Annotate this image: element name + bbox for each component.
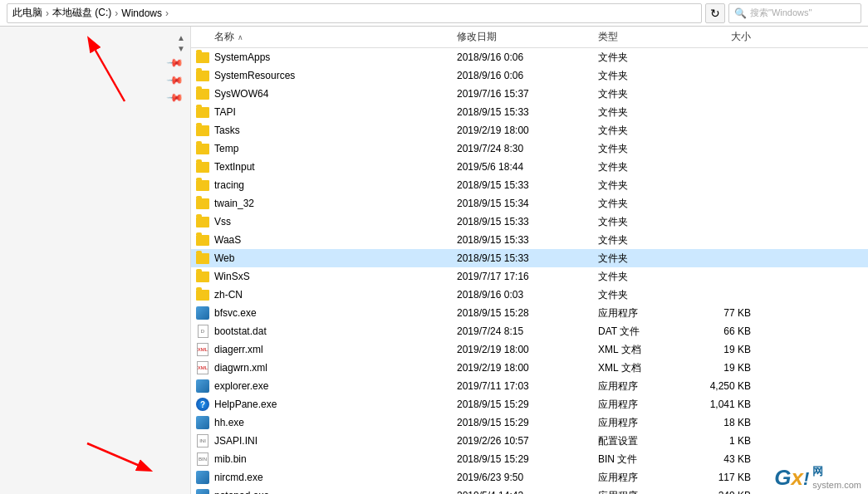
folder-icon [196, 271, 209, 282]
file-date-cell: 2019/2/19 18:00 [457, 362, 598, 374]
svg-line-1 [91, 43, 125, 101]
file-name-cell: notepad.exe [214, 490, 457, 494]
pin-icon-3[interactable]: 📌 [166, 89, 184, 107]
file-name-cell: WinSxS [214, 271, 457, 282]
file-date-cell: 2018/9/15 15:28 [457, 307, 598, 319]
file-icon-cell [191, 271, 214, 282]
file-name-cell: diagwrn.xml [214, 362, 457, 374]
folder-icon [196, 235, 209, 246]
address-bar: 此电脑 › 本地磁盘 (C:) › Windows › ↻ 🔍 搜索"Windo… [0, 0, 868, 27]
file-icon-cell: XML [191, 343, 214, 356]
search-box[interactable]: 🔍 搜索"Windows" [728, 3, 861, 23]
table-row[interactable]: bfsvc.exe 2018/9/15 15:28 应用程序 77 KB [191, 304, 868, 322]
table-row[interactable]: tracing 2018/9/15 15:33 文件夹 [191, 176, 868, 194]
table-row[interactable]: BIN mib.bin 2018/9/15 15:29 BIN 文件 43 KB [191, 450, 868, 468]
breadcrumb-c[interactable]: 本地磁盘 (C:) [52, 6, 111, 20]
col-header-date[interactable]: 修改日期 [457, 30, 598, 44]
table-row[interactable]: XML diagerr.xml 2019/2/19 18:00 XML 文档 1… [191, 340, 868, 359]
file-date-cell: 2018/9/16 0:03 [457, 289, 598, 301]
file-name-cell: TAPI [214, 106, 457, 118]
table-row[interactable]: nircmd.exe 2019/6/23 9:50 应用程序 117 KB [191, 468, 868, 487]
file-icon-cell [191, 217, 214, 227]
file-rows-container: SystemApps 2018/9/16 0:06 文件夹 SystemReso… [191, 48, 868, 494]
file-type-cell: 文件夹 [598, 105, 698, 120]
file-name-cell: JSAPI.INI [214, 435, 457, 447]
file-type-cell: 文件夹 [598, 179, 698, 193]
search-placeholder: 搜索"Windows" [750, 7, 812, 19]
folder-icon [196, 89, 209, 100]
exe-icon [196, 471, 209, 484]
breadcrumb-sep-2: › [115, 7, 118, 19]
table-row[interactable]: zh-CN 2018/9/16 0:03 文件夹 [191, 286, 868, 304]
file-icon-cell [191, 198, 214, 209]
table-row[interactable]: twain_32 2018/9/15 15:34 文件夹 [191, 194, 868, 213]
exe-icon [196, 379, 209, 393]
collapse-down-button[interactable]: ▼ [177, 44, 185, 53]
watermark-logo: Gx! [774, 465, 809, 491]
table-row[interactable]: SystemResources 2018/9/16 0:06 文件夹 [191, 66, 868, 85]
table-row[interactable]: INI JSAPI.INI 2019/2/26 10:57 配置设置 1 KB [191, 432, 868, 450]
exe-icon [196, 416, 209, 429]
file-icon-cell [191, 306, 214, 320]
table-row[interactable]: Temp 2019/7/24 8:30 文件夹 [191, 139, 868, 158]
file-type-cell: 文件夹 [598, 197, 698, 211]
svg-line-3 [87, 443, 145, 468]
file-icon-cell [191, 144, 214, 154]
file-size-cell: 1,041 KB [698, 399, 764, 410]
watermark-site: 网 system.com [812, 465, 861, 491]
file-icon-cell [191, 471, 214, 484]
file-list[interactable]: 名称 ∧ 修改日期 类型 大小 SystemApps 2018/9/16 0:0… [191, 27, 868, 494]
xml-icon: XML [197, 361, 208, 374]
table-row[interactable]: notepad.exe 2019/5/4 14:42 应用程序 249 KB [191, 487, 868, 494]
folder-icon [196, 198, 209, 209]
table-row[interactable]: explorer.exe 2019/7/11 17:03 应用程序 4,250 … [191, 377, 868, 395]
breadcrumb-sep-3: › [165, 7, 169, 19]
table-row[interactable]: TAPI 2018/9/15 15:33 文件夹 [191, 103, 868, 121]
table-row[interactable]: SystemApps 2018/9/16 0:06 文件夹 [191, 48, 868, 66]
file-type-cell: 文件夹 [598, 124, 698, 138]
col-header-type[interactable]: 类型 [598, 30, 698, 44]
table-row[interactable]: Tasks 2019/2/19 18:00 文件夹 [191, 121, 868, 139]
file-date-cell: 2019/7/11 17:03 [457, 380, 598, 392]
refresh-button[interactable]: ↻ [705, 3, 725, 23]
pin-icon-1[interactable]: 📌 [166, 54, 184, 72]
table-row[interactable]: hh.exe 2018/9/15 15:29 应用程序 18 KB [191, 413, 868, 432]
file-date-cell: 2018/9/15 15:33 [457, 216, 598, 227]
file-size-cell: 43 KB [698, 453, 764, 465]
file-type-cell: BIN 文件 [598, 452, 698, 467]
file-icon-cell [191, 235, 214, 246]
folder-icon [196, 162, 209, 173]
exe-icon [196, 306, 209, 320]
exe-icon [196, 489, 209, 494]
file-size-cell: 1 KB [698, 435, 764, 447]
folder-icon [196, 125, 209, 136]
table-row[interactable]: TextInput 2019/5/6 18:44 文件夹 [191, 158, 868, 176]
ini-icon: INI [197, 434, 208, 448]
file-size-cell: 19 KB [698, 344, 764, 355]
table-row[interactable]: Web 2018/9/15 15:33 文件夹 [191, 249, 868, 267]
file-date-cell: 2018/9/15 15:33 [457, 106, 598, 118]
table-row[interactable]: SysWOW64 2019/7/16 15:37 文件夹 [191, 85, 868, 103]
file-size-cell: 4,250 KB [698, 380, 764, 392]
file-date-cell: 2018/9/15 15:33 [457, 179, 598, 191]
breadcrumb[interactable]: 此电脑 › 本地磁盘 (C:) › Windows › [7, 3, 702, 23]
col-header-name[interactable]: 名称 ∧ [191, 30, 457, 44]
table-row[interactable]: WaaS 2018/9/15 15:33 文件夹 [191, 231, 868, 249]
table-row[interactable]: XML diagwrn.xml 2019/2/19 18:00 XML 文档 1… [191, 359, 868, 377]
table-row[interactable]: D bootstat.dat 2019/7/24 8:15 DAT 文件 66 … [191, 322, 868, 340]
file-date-cell: 2019/7/24 8:30 [457, 143, 598, 154]
help-icon: ? [196, 398, 209, 411]
red-arrow-top [83, 35, 150, 110]
pin-icon-2[interactable]: 📌 [166, 71, 184, 90]
breadcrumb-pc[interactable]: 此电脑 [12, 6, 42, 20]
col-header-size[interactable]: 大小 [698, 30, 764, 44]
collapse-up-button[interactable]: ▲ [177, 33, 185, 42]
table-row[interactable]: WinSxS 2019/7/17 17:16 文件夹 [191, 267, 868, 286]
table-row[interactable]: ? HelpPane.exe 2018/9/15 15:29 应用程序 1,04… [191, 395, 868, 413]
sidebar-collapse-controls: ▲ ▼ [177, 33, 185, 53]
breadcrumb-windows[interactable]: Windows [121, 7, 162, 19]
table-row[interactable]: Vss 2018/9/15 15:33 文件夹 [191, 213, 868, 231]
file-date-cell: 2019/2/19 18:00 [457, 344, 598, 355]
file-name-cell: bootstat.dat [214, 325, 457, 337]
file-type-cell: 文件夹 [598, 160, 698, 174]
